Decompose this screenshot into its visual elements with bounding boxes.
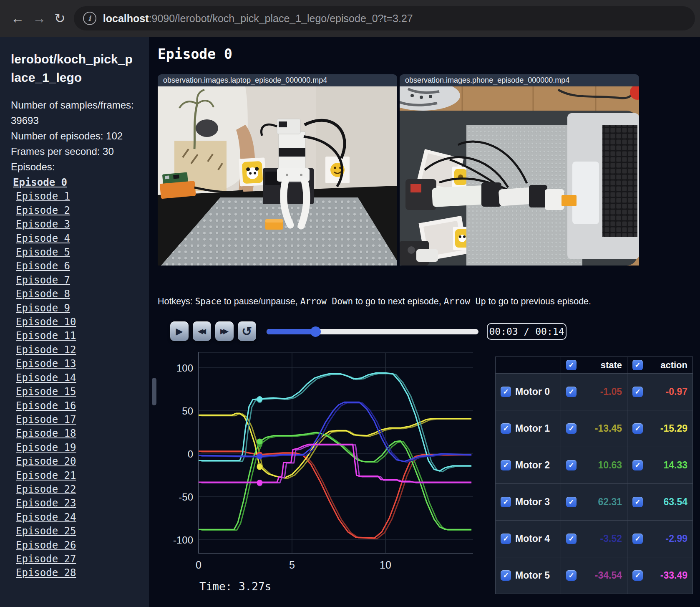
motor-5-action-checkbox[interactable]: ✓ (632, 570, 643, 581)
forward-icon[interactable]: → (33, 12, 46, 25)
sidebar-episode-link-22[interactable]: Episode 22 (11, 483, 141, 496)
state-column-checkbox[interactable]: ✓ (566, 360, 577, 370)
dot-motor-4-action (257, 453, 262, 459)
hotkey-key-1: Space (195, 296, 222, 306)
sidebar-episode-link-9[interactable]: Episode 9 (11, 301, 141, 315)
stat-samples: Number of samples/frames: 39693 (11, 97, 136, 128)
sidebar-episode-link-19[interactable]: Episode 19 (11, 441, 141, 455)
motor-2-checkbox[interactable]: ✓ (501, 460, 511, 470)
sidebar-episode-link-18[interactable]: Episode 18 (11, 427, 141, 440)
chart-time-label: Time: 3.27s (199, 580, 271, 593)
motor-1-checkbox[interactable]: ✓ (501, 423, 511, 434)
sidebar-episode-link-13[interactable]: Episode 13 (11, 357, 141, 371)
motor-5-label: Motor 5 (515, 570, 550, 581)
motor-2-state-checkbox[interactable]: ✓ (566, 460, 577, 470)
lego-brick (265, 219, 283, 230)
sidebar-episode-link-20[interactable]: Episode 20 (11, 455, 141, 468)
reload-icon[interactable]: ↻ (54, 12, 65, 25)
motor-5-checkbox[interactable]: ✓ (501, 570, 511, 581)
video-frame-laptop (158, 86, 397, 266)
sidebar-episode-link-10[interactable]: Episode 10 (11, 315, 141, 329)
y-tick-50: 50 (182, 405, 193, 417)
video-label-laptop: observation.images.laptop_episode_000000… (158, 74, 397, 86)
motor-row-2: ✓Motor 2✓10.63✓14.33 (496, 447, 693, 484)
url-path: :9090/lerobot/koch_pick_place_1_lego/epi… (149, 13, 413, 24)
sidebar-episode-link-27[interactable]: Episode 27 (11, 552, 141, 566)
action-column-checkbox[interactable]: ✓ (632, 360, 643, 370)
motor-1-action-checkbox[interactable]: ✓ (632, 423, 643, 434)
url-bar[interactable]: i localhost:9090/lerobot/koch_pick_place… (74, 6, 695, 30)
state-column-label: state (601, 360, 622, 371)
hotkey-text-4: to go to next episode, (353, 296, 444, 306)
phone-camera-scene (400, 86, 639, 266)
action-column-label: action (660, 360, 687, 371)
state-column-header: ✓ state (561, 357, 627, 374)
line-motor-4-state (201, 403, 471, 462)
line-motor-1-state (201, 414, 471, 478)
sidebar-episode-link-8[interactable]: Episode 8 (11, 287, 141, 301)
motor-3-state-checkbox[interactable]: ✓ (566, 497, 577, 507)
smiley-card (325, 157, 350, 183)
video-panel-phone[interactable]: observation.images.phone_episode_000000.… (400, 74, 639, 266)
table-corner-cell (496, 357, 561, 374)
motor-0-action-value: -0.97 (666, 386, 687, 397)
sidebar: lerobot/koch_pick_place_1_lego Number of… (0, 37, 149, 607)
sidebar-episode-link-7[interactable]: Episode 7 (11, 273, 141, 287)
y-tick-0: 0 (188, 448, 193, 460)
motor-4-action-checkbox[interactable]: ✓ (632, 534, 643, 544)
sidebar-episode-link-25[interactable]: Episode 25 (11, 524, 141, 538)
sidebar-episode-link-3[interactable]: Episode 3 (11, 218, 141, 231)
sidebar-episode-link-15[interactable]: Episode 15 (11, 385, 141, 399)
sidebar-episode-link-4[interactable]: Episode 4 (11, 232, 141, 245)
sidebar-episode-link-24[interactable]: Episode 24 (11, 511, 141, 524)
hotkey-key-5: Arrow Up (444, 296, 486, 306)
sidebar-episode-link-11[interactable]: Episode 11 (11, 329, 141, 343)
sidebar-episode-link-6[interactable]: Episode 6 (11, 259, 141, 273)
sidebar-episode-link-17[interactable]: Episode 17 (11, 413, 141, 427)
sidebar-episode-link-14[interactable]: Episode 14 (11, 371, 141, 385)
line-motor-1-action (199, 413, 471, 478)
dataset-title: lerobot/koch_pick_place_1_lego (11, 50, 136, 86)
site-info-icon[interactable]: i (83, 12, 96, 25)
motor-1-state-value: -13.45 (595, 423, 622, 434)
sidebar-episode-link-16[interactable]: Episode 16 (11, 399, 141, 413)
table-header-row: ✓ state ✓ action (496, 357, 693, 374)
motor-0-state-checkbox[interactable]: ✓ (566, 387, 577, 397)
sidebar-episode-link-2[interactable]: Episode 2 (11, 204, 141, 218)
motor-0-checkbox[interactable]: ✓ (501, 387, 511, 397)
panda-card (239, 157, 266, 186)
laptop (567, 113, 639, 259)
sidebar-episode-link-0[interactable]: Episode 0 (11, 176, 141, 190)
motor-1-action-value: -15.29 (660, 423, 687, 434)
motor-4-state-checkbox[interactable]: ✓ (566, 534, 577, 544)
motor-row-4: ✓Motor 4✓-3.52✓-2.99 (496, 521, 693, 557)
sidebar-episode-link-12[interactable]: Episode 12 (11, 343, 141, 357)
motor-row-3: ✓Motor 3✓62.31✓63.54 (496, 484, 693, 521)
motor-2-action-checkbox[interactable]: ✓ (632, 460, 643, 470)
sidebar-episode-link-23[interactable]: Episode 23 (11, 496, 141, 510)
laptop-camera-scene (158, 86, 397, 266)
motor-3-checkbox[interactable]: ✓ (501, 497, 511, 507)
motor-0-action-checkbox[interactable]: ✓ (632, 387, 643, 397)
motor-table: ✓ state ✓ action ✓Motor 0✓-1.05✓-0.97✓Mo… (495, 357, 693, 594)
motor-2-action-value: 14.33 (663, 460, 687, 471)
back-icon[interactable]: ← (11, 12, 24, 25)
motor-5-state-checkbox[interactable]: ✓ (566, 570, 577, 581)
action-column-header: ✓ action (627, 357, 693, 374)
motor-4-action-value: -2.99 (666, 533, 687, 544)
motor-chart[interactable]: 100500-50-1000510 Time: 3.27s (149, 330, 478, 607)
stat-episodes: Number of episodes: 102 (11, 128, 136, 144)
episodes-label: Episodes: (11, 159, 136, 175)
page-title: Episode 0 (158, 46, 232, 62)
sidebar-episode-link-5[interactable]: Episode 5 (11, 245, 141, 259)
motor-3-action-checkbox[interactable]: ✓ (632, 497, 643, 507)
motor-1-state-checkbox[interactable]: ✓ (566, 423, 577, 434)
video-panel-laptop[interactable]: observation.images.laptop_episode_000000… (158, 74, 397, 266)
sidebar-episode-link-21[interactable]: Episode 21 (11, 469, 141, 483)
sidebar-episode-link-26[interactable]: Episode 26 (11, 539, 141, 552)
sidebar-episode-link-1[interactable]: Episode 1 (11, 190, 141, 203)
sidebar-episode-link-28[interactable]: Episode 28 (11, 566, 141, 580)
stat-fps: Frames per second: 30 (11, 144, 136, 159)
motor-4-checkbox[interactable]: ✓ (501, 534, 511, 544)
url-text: localhost:9090/lerobot/koch_pick_place_1… (103, 13, 413, 25)
